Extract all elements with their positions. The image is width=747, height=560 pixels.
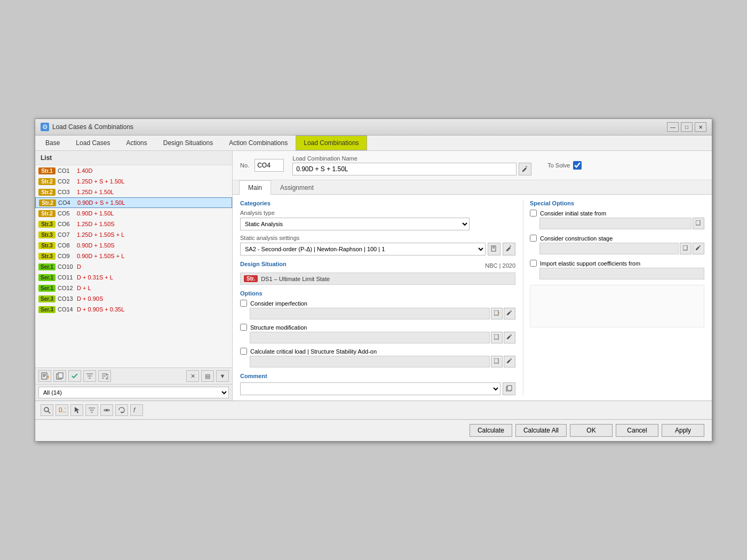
menu-item-actions[interactable]: Actions: [118, 135, 155, 150]
item-code: CO6: [58, 221, 74, 227]
design-situation-label: Design Situation: [240, 261, 287, 267]
settings-edit-button[interactable]: [503, 243, 515, 255]
item-code: CO13: [58, 295, 74, 302]
loop-toolbar-button[interactable]: [115, 404, 128, 416]
initial-state-checkbox[interactable]: [530, 210, 537, 217]
view-toggle-button[interactable]: ▤: [201, 370, 214, 382]
new-item-button[interactable]: +: [38, 370, 51, 382]
svg-text:21: 21: [106, 373, 108, 380]
chain-toolbar-button[interactable]: [100, 404, 113, 416]
structure-mod-input: [250, 332, 490, 343]
to-solve-checkbox[interactable]: [573, 161, 582, 170]
imperfection-new-btn[interactable]: +: [491, 308, 503, 319]
combo-name-input[interactable]: [292, 163, 516, 175]
structure-mod-label: Structure modification: [250, 324, 307, 331]
svg-point-32: [106, 410, 109, 411]
menu-item-load-cases[interactable]: Load Cases: [68, 135, 118, 150]
badge-str2: Str.2: [38, 210, 55, 217]
initial-state-btn[interactable]: [693, 218, 704, 229]
item-formula: D: [77, 263, 81, 270]
item-code: CO7: [58, 231, 74, 238]
menu-item-base[interactable]: Base: [37, 135, 68, 150]
list-item[interactable]: Str.2 CO3 1.25D + 1.50L: [35, 187, 232, 197]
consider-imperfection-checkbox[interactable]: [240, 300, 247, 307]
item-formula: D + 0.90S + 0.35L: [77, 306, 124, 313]
no-label: No.: [240, 162, 249, 169]
list-item-selected[interactable]: Str.2 CO4 0.90D + S + 1.50L: [35, 197, 232, 208]
structure-mod-checkbox[interactable]: [240, 324, 247, 331]
main-window: ⚙ Load Cases & Combinations — □ ✕ Base L…: [35, 118, 712, 442]
menu-item-design-situations[interactable]: Design Situations: [155, 135, 221, 150]
list-item[interactable]: Str.2 CO5 0.90D + 1.50L: [35, 208, 232, 219]
item-code: CO8: [58, 242, 74, 249]
apply-button[interactable]: Apply: [662, 424, 704, 437]
menu-item-action-combinations[interactable]: Action Combinations: [221, 135, 296, 150]
list-item[interactable]: Ser.1 CO11 D + 0.31S + L: [35, 272, 232, 283]
filter-select[interactable]: All (14): [38, 387, 229, 398]
svg-rect-22: [507, 386, 512, 390]
menu-item-load-combinations[interactable]: Load Combinations: [296, 135, 367, 150]
calculate-all-button[interactable]: Calculate All: [515, 424, 567, 437]
item-code: CO12: [58, 285, 74, 291]
filter-toolbar-button[interactable]: [85, 404, 98, 416]
analysis-type-select[interactable]: Static Analysis: [240, 218, 470, 230]
filter-button[interactable]: [83, 370, 96, 382]
svg-rect-19: [494, 334, 498, 339]
cursor-toolbar-button[interactable]: [70, 404, 83, 416]
structure-mod-new-btn[interactable]: [491, 332, 503, 343]
construction-stage-checkbox[interactable]: [530, 235, 537, 242]
tab-main[interactable]: Main: [239, 180, 271, 195]
delete-button[interactable]: ✕: [186, 370, 199, 382]
comment-select[interactable]: [240, 382, 500, 395]
list-item[interactable]: Ser.3 CO14 D + 0.90S + 0.35L: [35, 304, 232, 315]
check-button[interactable]: [68, 370, 81, 382]
svg-line-26: [48, 411, 50, 413]
critical-load-checkbox[interactable]: [240, 348, 247, 355]
list-item[interactable]: Str.3 CO6 1.25D + 1.50S: [35, 219, 232, 229]
list-item[interactable]: Str.3 CO9 0.90D + 1.50S + L: [35, 251, 232, 261]
minimize-button[interactable]: —: [667, 122, 679, 132]
list-item[interactable]: Str.3 CO7 1.25D + 1.50S + L: [35, 229, 232, 240]
left-panel: List Str.1 CO1 1.40D Str.2 CO2 1.25D + S…: [35, 151, 233, 401]
edit-name-button[interactable]: [519, 163, 531, 175]
maximize-button[interactable]: □: [681, 122, 693, 132]
construction-stage-new-btn[interactable]: [680, 243, 692, 254]
ok-button[interactable]: OK: [570, 424, 613, 437]
structure-mod-edit-btn[interactable]: [504, 332, 515, 343]
settings-new-button[interactable]: [488, 243, 500, 255]
static-settings-select[interactable]: SA2 - Second-order (P-Δ) | Newton-Raphso…: [240, 243, 486, 255]
list-item[interactable]: Str.1 CO1 1.40D: [35, 165, 232, 176]
filter-row: All (14): [35, 384, 232, 401]
bottom-actions: Calculate Calculate All OK Cancel Apply: [35, 419, 712, 441]
list-item[interactable]: Str.2 CO2 1.25D + S + 1.50L: [35, 176, 232, 187]
construction-stage-edit-btn[interactable]: [693, 243, 704, 254]
list-item[interactable]: Ser.3 CO13 D + 0.90S: [35, 293, 232, 304]
comment-copy-btn[interactable]: [503, 382, 515, 395]
list-items: Str.1 CO1 1.40D Str.2 CO2 1.25D + S + 1.…: [35, 165, 232, 367]
list-item[interactable]: Str.3 CO8 0.90D + 1.50S: [35, 240, 232, 251]
close-button[interactable]: ✕: [695, 122, 706, 132]
more-button[interactable]: ▼: [216, 370, 229, 382]
formula-toolbar-button[interactable]: f: [130, 404, 143, 416]
elastic-support-checkbox[interactable]: [530, 260, 537, 267]
item-code: CO5: [58, 210, 74, 217]
construction-stage-label: Consider construction stage: [540, 235, 613, 242]
search-toolbar-button[interactable]: [41, 404, 53, 416]
critical-load-edit-btn[interactable]: [504, 356, 515, 367]
critical-load-new-btn[interactable]: [491, 356, 503, 367]
item-code: CO10: [58, 263, 74, 270]
sort-button[interactable]: 21: [98, 370, 111, 382]
cancel-button[interactable]: Cancel: [616, 424, 658, 437]
list-item[interactable]: Ser.1 CO10 D: [35, 261, 232, 272]
copy-item-button[interactable]: [53, 370, 66, 382]
calculate-button[interactable]: Calculate: [470, 424, 512, 437]
critical-load-label: Calculate critical load | Structure Stab…: [250, 348, 377, 355]
combo-no-input[interactable]: [255, 159, 284, 172]
tab-assignment[interactable]: Assignment: [271, 180, 323, 195]
list-item[interactable]: Ser.1 CO12 D + L: [35, 283, 232, 293]
imperfection-edit-btn[interactable]: [504, 308, 515, 319]
badge-ser1: Ser.1: [38, 263, 55, 270]
titlebar-left: ⚙ Load Cases & Combinations: [41, 123, 133, 131]
options-title: Options: [240, 290, 515, 297]
num-toolbar-button[interactable]: 0.1: [55, 404, 68, 416]
